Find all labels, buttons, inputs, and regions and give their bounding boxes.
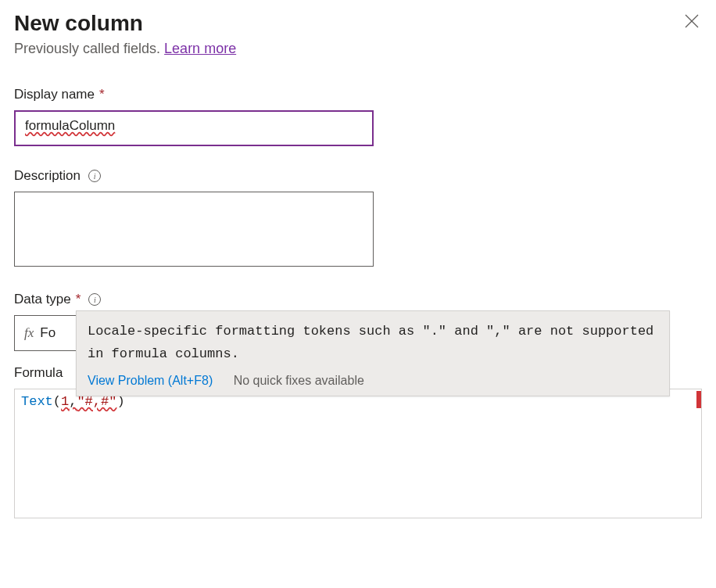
subtitle-text: Previously called fields. xyxy=(14,41,164,56)
formula-token-str: "#,#" xyxy=(77,394,116,409)
subtitle: Previously called fields. Learn more xyxy=(14,41,702,57)
formula-token-func: Text xyxy=(21,394,53,409)
no-quick-fixes-text: No quick fixes available xyxy=(234,374,364,387)
learn-more-link[interactable]: Learn more xyxy=(164,41,236,56)
fx-icon: fx xyxy=(24,325,34,341)
page-title: New column xyxy=(14,11,143,36)
formula-token-comma: , xyxy=(69,394,77,409)
formula-label-text: Formula xyxy=(14,365,63,381)
description-label: Description i xyxy=(14,168,702,184)
formula-token-rparen: ) xyxy=(116,394,124,409)
description-input[interactable] xyxy=(14,192,374,267)
info-icon[interactable]: i xyxy=(88,170,101,182)
formula-editor[interactable]: Text(1,"#,#") xyxy=(14,389,702,518)
info-icon[interactable]: i xyxy=(88,293,101,306)
close-button[interactable] xyxy=(682,11,702,34)
view-problem-link[interactable]: View Problem (Alt+F8) xyxy=(88,374,213,387)
tooltip-message: Locale-specific formatting tokens such a… xyxy=(88,321,658,366)
error-gutter-marker xyxy=(696,391,701,408)
data-type-value: Fo xyxy=(40,325,55,341)
required-marker: * xyxy=(99,87,105,102)
display-name-label: Display name * xyxy=(14,87,702,102)
formula-token-num: 1 xyxy=(61,394,69,409)
description-label-text: Description xyxy=(14,168,81,184)
required-marker: * xyxy=(76,292,81,307)
close-icon xyxy=(685,14,699,28)
display-name-label-text: Display name xyxy=(14,87,95,102)
display-name-value: formulaColumn xyxy=(25,118,115,133)
error-tooltip: Locale-specific formatting tokens such a… xyxy=(76,310,670,396)
data-type-label: Data type * i xyxy=(14,292,702,307)
data-type-label-text: Data type xyxy=(14,292,71,307)
display-name-input[interactable]: formulaColumn xyxy=(14,110,374,146)
formula-token-lparen: ( xyxy=(53,394,61,409)
